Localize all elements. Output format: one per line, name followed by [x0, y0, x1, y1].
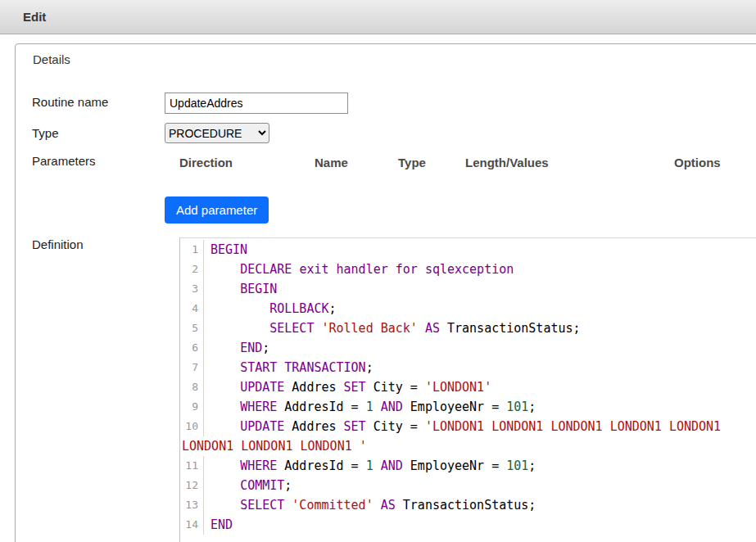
code-line: 4 ROLLBACK; — [180, 299, 756, 318]
code-text: LONDON1 LONDON1 LONDON1 ' — [180, 436, 367, 456]
param-col-name: Name — [315, 156, 348, 169]
line-number: 14 — [180, 515, 204, 535]
line-number: 7 — [180, 358, 204, 377]
line-number: 13 — [180, 495, 204, 515]
code-text: END — [204, 515, 233, 535]
code-line: 7 START TRANSACTION; — [180, 358, 756, 377]
code-text: COMMIT; — [204, 476, 292, 495]
code-text: SELECT 'Rolled Back' AS TransactionStatu… — [204, 318, 581, 338]
code-line: 3 BEGIN — [180, 279, 756, 299]
code-text: WHERE AddresId = 1 AND EmployeeNr = 101; — [204, 456, 536, 476]
code-text: UPDATE Addres SET City = 'LONDON1' — [204, 377, 491, 397]
code-text: END; — [204, 338, 269, 358]
page-title: Edit — [0, 10, 46, 24]
param-col-length-values: Length/Values — [465, 156, 549, 169]
code-line: 12 COMMIT; — [180, 476, 756, 495]
code-line: 8 UPDATE Addres SET City = 'LONDON1' — [180, 377, 756, 397]
line-number: 1 — [180, 240, 204, 260]
definition-editor[interactable]: 1BEGIN2 DECLARE exit handler for sqlexce… — [179, 237, 756, 542]
line-number: 11 — [180, 456, 204, 476]
param-col-options: Options — [674, 156, 721, 169]
code-text: ROLLBACK; — [204, 299, 337, 318]
line-number: 4 — [180, 299, 204, 318]
line-number: 10 — [180, 417, 204, 436]
line-number: 8 — [180, 377, 204, 397]
details-legend: Details — [33, 52, 70, 66]
code-line-wrap: LONDON1 LONDON1 LONDON1 ' — [180, 436, 756, 456]
param-col-direction: Direction — [179, 156, 233, 169]
line-number: 6 — [180, 338, 204, 358]
details-fieldset: Details Routine name Type PROCEDURE Para… — [15, 43, 756, 542]
code-text: BEGIN — [204, 279, 277, 299]
code-text: BEGIN — [204, 240, 247, 260]
code-line: 2 DECLARE exit handler for sqlexception — [180, 260, 756, 279]
code-line: 13 SELECT 'Committed' AS TransactionStat… — [180, 495, 756, 515]
type-select[interactable]: PROCEDURE — [165, 123, 269, 143]
code-text: WHERE AddresId = 1 AND EmployeeNr = 101; — [204, 397, 536, 417]
code-line: 11 WHERE AddresId = 1 AND EmployeeNr = 1… — [180, 456, 756, 476]
parameters-header-row: Direction Name Type Length/Values Option… — [16, 156, 756, 172]
type-label: Type — [32, 126, 59, 140]
code-line: 6 END; — [180, 338, 756, 358]
code-line: 10 UPDATE Addres SET City = 'LONDON1 LON… — [180, 417, 756, 436]
code-text: SELECT 'Committed' AS TransactionStatus; — [204, 495, 536, 515]
code-line: 1BEGIN — [180, 240, 756, 260]
definition-label: Definition — [32, 237, 84, 251]
code-line: 5 SELECT 'Rolled Back' AS TransactionSta… — [180, 318, 756, 338]
line-number: 9 — [180, 397, 204, 417]
routine-name-label: Routine name — [32, 95, 108, 109]
line-number: 12 — [180, 476, 204, 495]
line-number: 3 — [180, 279, 204, 299]
code-text: UPDATE Addres SET City = 'LONDON1 LONDON… — [204, 417, 721, 436]
param-col-type: Type — [398, 156, 426, 169]
routine-name-input[interactable] — [165, 93, 348, 114]
line-number: 5 — [180, 318, 204, 338]
edit-header-bar: Edit — [0, 0, 756, 34]
code-text: START TRANSACTION; — [204, 358, 373, 377]
code-text: DECLARE exit handler for sqlexception — [204, 260, 514, 279]
add-parameter-button[interactable]: Add parameter — [165, 196, 269, 224]
code-line: 9 WHERE AddresId = 1 AND EmployeeNr = 10… — [180, 397, 756, 417]
code-line: 14END — [180, 515, 756, 535]
line-number: 2 — [180, 260, 204, 279]
